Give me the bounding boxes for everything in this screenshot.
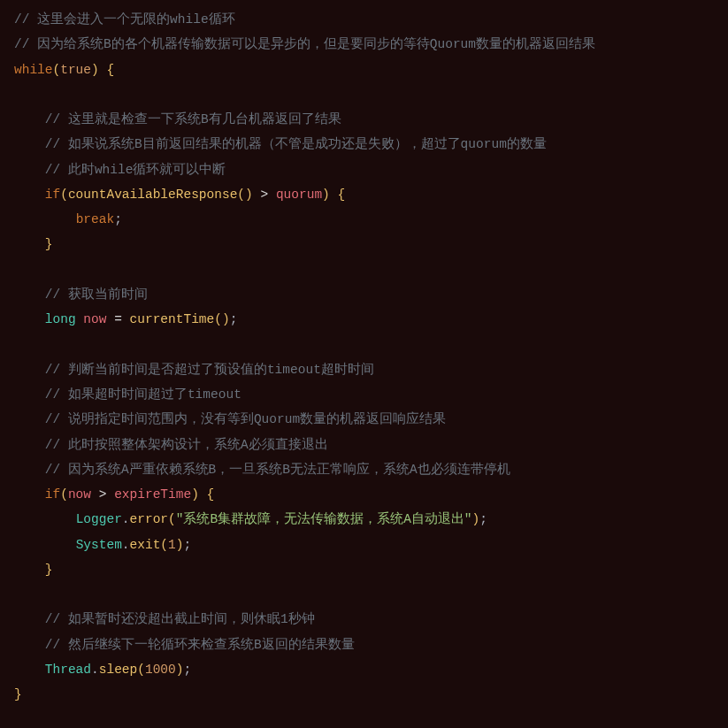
code-token: >: [91, 487, 114, 502]
code-token: // 如果超时时间超过了timeout: [45, 387, 241, 402]
code-token: (: [160, 538, 168, 552]
code-line: Logger.error("系统B集群故障，无法传输数据，系统A自动退出");: [14, 507, 714, 532]
code-line: // 判断当前时间是否超过了预设值的timeout超时时间: [14, 357, 714, 382]
code-line: // 然后继续下一轮循环来检查系统B返回的结果数量: [14, 632, 714, 657]
code-token: (: [137, 663, 145, 677]
code-token: currentTime: [130, 312, 215, 326]
code-token: // 然后继续下一轮循环来检查系统B返回的结果数量: [45, 638, 355, 652]
code-token: // 如果暂时还没超出截止时间，则休眠1秒钟: [45, 612, 315, 626]
code-token: (: [237, 188, 245, 202]
code-token: Thread: [45, 663, 91, 677]
code-line: // 这里就是检查一下系统B有几台机器返回了结果: [14, 107, 714, 132]
code-line: while(true) {: [14, 57, 714, 82]
code-line: // 这里会进入一个无限的while循环: [14, 7, 714, 32]
code-token: countAvailableResponse: [68, 188, 237, 202]
code-token: long: [45, 312, 76, 326]
code-token: =: [106, 312, 129, 326]
code-token: >: [253, 188, 276, 202]
code-token: // 如果说系统B目前返回结果的机器（不管是成功还是失败），超过了quorum的…: [45, 137, 547, 151]
code-token: ;: [479, 512, 487, 526]
code-token: // 此时按照整体架构设计，系统A必须直接退出: [45, 438, 328, 452]
code-line: // 获取当前时间: [14, 282, 714, 307]
code-line: // 因为给系统B的各个机器传输数据可以是异步的，但是要同步的等待Quorum数…: [14, 32, 714, 57]
code-token: (: [168, 512, 176, 526]
code-token: // 说明指定时间范围内，没有等到Quorum数量的机器返回响应结果: [45, 412, 446, 426]
code-token: .: [91, 663, 99, 677]
code-token: sleep: [99, 663, 138, 677]
code-line: if(countAvailableResponse() > quorum) {: [14, 182, 714, 207]
code-token: expireTime: [114, 487, 191, 502]
code-line: long now = currentTime();: [14, 307, 714, 332]
code-token: (: [214, 312, 222, 326]
code-token: true: [60, 63, 91, 77]
code-token: // 此时while循环就可以中断: [45, 163, 226, 177]
code-line: System.exit(1);: [14, 533, 714, 557]
code-token: if: [45, 188, 60, 202]
code-token: ): [91, 63, 99, 77]
code-line: // 因为系统A严重依赖系统B，一旦系统B无法正常响应，系统A也必须连带停机: [14, 457, 714, 482]
code-token: {: [338, 188, 346, 202]
code-line: }: [14, 232, 714, 257]
code-line: if(now > expireTime) {: [14, 482, 714, 507]
code-token: now: [68, 487, 91, 502]
code-token: System: [76, 538, 122, 552]
code-token: break: [76, 212, 115, 226]
code-token: {: [207, 487, 215, 502]
code-token: ;: [183, 538, 191, 552]
code-token: }: [45, 563, 53, 577]
code-line: // 此时while循环就可以中断: [14, 157, 714, 182]
code-token: // 因为系统A严重依赖系统B，一旦系统B无法正常响应，系统A也必须连带停机: [45, 463, 510, 477]
code-line: // 说明指定时间范围内，没有等到Quorum数量的机器返回响应结果: [14, 407, 714, 432]
code-token: .: [122, 538, 130, 552]
code-token: (: [53, 63, 61, 77]
code-token: ): [322, 188, 330, 202]
code-line: break;: [14, 207, 714, 232]
code-token: Logger: [76, 512, 122, 526]
code-token: ;: [114, 212, 122, 226]
code-token: quorum: [276, 188, 322, 202]
code-line: [14, 82, 714, 107]
code-line: // 如果说系统B目前返回结果的机器（不管是成功还是失败），超过了quorum的…: [14, 132, 714, 157]
code-token: exit: [130, 538, 161, 552]
code-line: [14, 257, 714, 282]
code-token: if: [45, 487, 60, 502]
code-line: [14, 332, 714, 356]
code-token: [199, 487, 207, 502]
code-line: // 如果暂时还没超出截止时间，则休眠1秒钟: [14, 607, 714, 632]
code-token: ): [245, 188, 253, 202]
code-token: ): [222, 312, 230, 326]
code-token: // 这里会进入一个无限的while循环: [14, 12, 235, 27]
code-token: ): [472, 512, 480, 526]
code-token: }: [14, 687, 22, 701]
code-token: // 因为给系统B的各个机器传输数据可以是异步的，但是要同步的等待Quorum数…: [14, 37, 595, 51]
code-token: // 判断当前时间是否超过了预设值的timeout超时时间: [45, 363, 374, 377]
code-token: .: [122, 512, 130, 526]
code-token: // 获取当前时间: [45, 287, 148, 302]
code-token: "系统B集群故障，无法传输数据，系统A自动退出": [176, 512, 472, 526]
code-block: // 这里会进入一个无限的while循环// 因为给系统B的各个机器传输数据可以…: [14, 7, 714, 707]
code-token: while: [14, 63, 53, 77]
code-line: [14, 582, 714, 607]
code-token: 1000: [145, 663, 176, 677]
code-line: // 此时按照整体架构设计，系统A必须直接退出: [14, 433, 714, 457]
code-line: }: [14, 682, 714, 707]
code-token: 1: [168, 538, 176, 552]
code-token: ;: [230, 312, 238, 326]
code-line: Thread.sleep(1000);: [14, 657, 714, 682]
code-line: // 如果超时时间超过了timeout: [14, 382, 714, 407]
code-token: (: [60, 487, 68, 502]
code-token: now: [83, 312, 106, 326]
code-token: }: [45, 237, 53, 251]
code-token: error: [130, 512, 169, 526]
code-token: [330, 188, 338, 202]
code-token: {: [106, 63, 114, 77]
code-token: ;: [183, 663, 191, 677]
code-token: // 这里就是检查一下系统B有几台机器返回了结果: [45, 112, 341, 126]
code-line: }: [14, 557, 714, 582]
code-token: ): [191, 487, 199, 502]
code-token: (: [60, 188, 68, 202]
